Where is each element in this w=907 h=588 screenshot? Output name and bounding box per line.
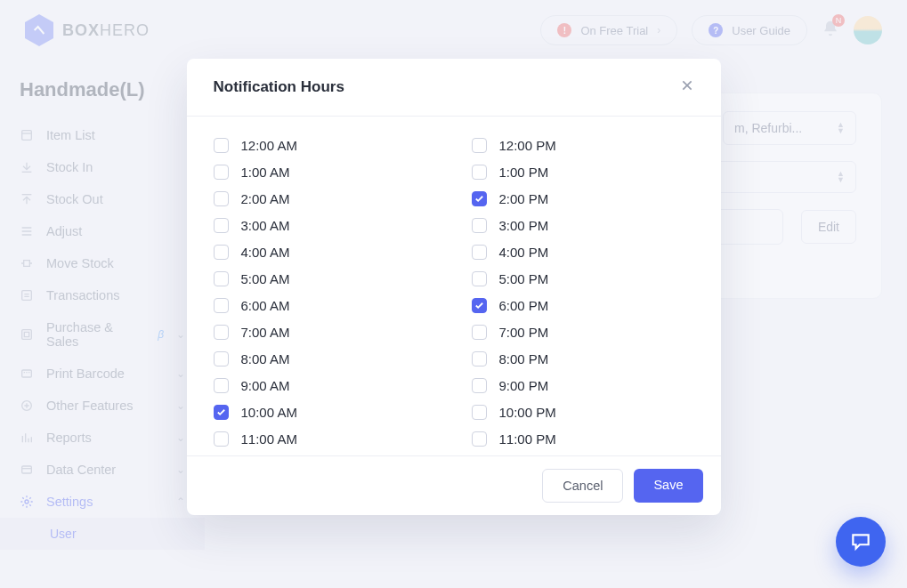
hour-option-pm-11[interactable]: 11:00 PM: [472, 431, 694, 447]
hour-label: 11:00 AM: [241, 431, 297, 447]
checkbox[interactable]: [472, 325, 487, 340]
hour-label: 1:00 PM: [499, 165, 549, 180]
hour-option-pm-0[interactable]: 12:00 PM: [472, 138, 694, 153]
checkbox[interactable]: [214, 351, 229, 366]
notification-hours-modal: Notification Hours 12:00 AM1:00 AM2:00 A…: [187, 59, 721, 515]
checkbox[interactable]: [472, 191, 487, 206]
hour-label: 9:00 PM: [499, 378, 549, 393]
checkbox[interactable]: [214, 218, 229, 233]
hour-option-am-9[interactable]: 9:00 AM: [214, 378, 436, 393]
hour-option-pm-5[interactable]: 5:00 PM: [472, 271, 694, 286]
hour-label: 6:00 AM: [241, 298, 290, 313]
hour-option-pm-9[interactable]: 9:00 PM: [472, 378, 694, 393]
hour-option-am-0[interactable]: 12:00 AM: [214, 138, 436, 153]
help-fab[interactable]: [836, 517, 886, 567]
hour-label: 10:00 PM: [499, 405, 556, 420]
hour-option-pm-2[interactable]: 2:00 PM: [472, 191, 694, 206]
checkbox[interactable]: [472, 298, 487, 313]
checkbox[interactable]: [214, 298, 229, 313]
checkbox[interactable]: [472, 405, 487, 420]
hour-option-am-10[interactable]: 10:00 AM: [214, 405, 436, 420]
checkbox[interactable]: [472, 271, 487, 286]
modal-title: Notification Hours: [214, 78, 344, 96]
hour-option-am-3[interactable]: 3:00 AM: [214, 218, 436, 233]
checkbox[interactable]: [472, 378, 487, 393]
cancel-button[interactable]: Cancel: [542, 469, 623, 503]
hours-am-column: 12:00 AM1:00 AM2:00 AM3:00 AM4:00 AM5:00…: [214, 138, 436, 447]
hour-option-am-5[interactable]: 5:00 AM: [214, 271, 436, 286]
save-button[interactable]: Save: [634, 469, 702, 503]
hour-label: 11:00 PM: [499, 431, 556, 447]
hour-label: 9:00 AM: [241, 378, 290, 393]
hour-label: 4:00 PM: [499, 245, 549, 260]
hour-label: 3:00 PM: [499, 218, 549, 233]
checkbox[interactable]: [214, 165, 229, 180]
hour-label: 1:00 AM: [241, 165, 290, 180]
hour-label: 2:00 PM: [499, 191, 549, 206]
checkbox[interactable]: [472, 138, 487, 153]
hour-option-pm-3[interactable]: 3:00 PM: [472, 218, 694, 233]
checkbox[interactable]: [472, 165, 487, 180]
hour-label: 5:00 PM: [499, 271, 549, 286]
checkbox[interactable]: [472, 245, 487, 260]
checkbox[interactable]: [214, 138, 229, 153]
checkbox[interactable]: [214, 271, 229, 286]
hour-option-am-11[interactable]: 11:00 AM: [214, 431, 436, 447]
hour-option-pm-8[interactable]: 8:00 PM: [472, 351, 694, 366]
hour-option-am-4[interactable]: 4:00 AM: [214, 245, 436, 260]
hours-pm-column: 12:00 PM1:00 PM2:00 PM3:00 PM4:00 PM5:00…: [472, 138, 694, 447]
hour-option-am-6[interactable]: 6:00 AM: [214, 298, 436, 313]
hour-label: 5:00 AM: [241, 271, 290, 286]
hour-option-am-8[interactable]: 8:00 AM: [214, 351, 436, 366]
hour-option-am-2[interactable]: 2:00 AM: [214, 191, 436, 206]
checkbox[interactable]: [214, 191, 229, 206]
hour-label: 4:00 AM: [241, 245, 290, 260]
hour-label: 6:00 PM: [499, 298, 549, 313]
checkbox[interactable]: [214, 245, 229, 260]
close-icon[interactable]: [680, 78, 694, 96]
hour-option-pm-6[interactable]: 6:00 PM: [472, 298, 694, 313]
hour-option-pm-4[interactable]: 4:00 PM: [472, 245, 694, 260]
checkbox[interactable]: [214, 378, 229, 393]
hour-label: 8:00 PM: [499, 351, 549, 366]
checkbox[interactable]: [472, 351, 487, 366]
checkbox[interactable]: [214, 405, 229, 420]
hour-option-am-1[interactable]: 1:00 AM: [214, 165, 436, 180]
hour-label: 7:00 PM: [499, 325, 549, 340]
hour-option-pm-10[interactable]: 10:00 PM: [472, 405, 694, 420]
checkbox[interactable]: [214, 431, 229, 447]
checkbox[interactable]: [472, 431, 487, 447]
hour-label: 10:00 AM: [241, 405, 297, 420]
hour-option-pm-1[interactable]: 1:00 PM: [472, 165, 694, 180]
hour-option-am-7[interactable]: 7:00 AM: [214, 325, 436, 340]
hour-label: 8:00 AM: [241, 351, 290, 366]
hour-label: 3:00 AM: [241, 218, 290, 233]
hour-label: 12:00 AM: [241, 138, 297, 153]
hour-label: 12:00 PM: [499, 138, 556, 153]
hour-label: 7:00 AM: [241, 325, 290, 340]
hour-label: 2:00 AM: [241, 191, 290, 206]
hour-option-pm-7[interactable]: 7:00 PM: [472, 325, 694, 340]
checkbox[interactable]: [214, 325, 229, 340]
checkbox[interactable]: [472, 218, 487, 233]
